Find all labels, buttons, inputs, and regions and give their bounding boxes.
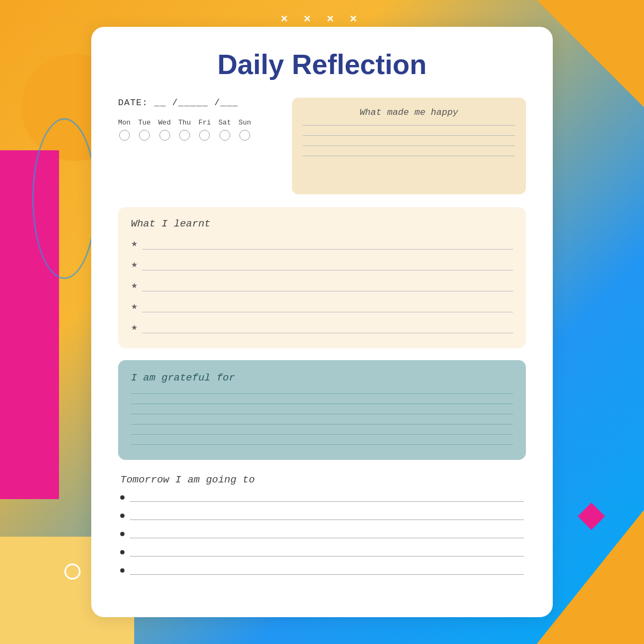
day-circle-sun[interactable] bbox=[239, 130, 250, 141]
grateful-title: I am grateful for bbox=[131, 372, 513, 384]
deco-circle-left bbox=[64, 564, 80, 580]
dot-1 bbox=[120, 495, 125, 500]
days-row: Mon Tue Wed Thu bbox=[118, 119, 279, 141]
x-marks-decoration: × × × × bbox=[281, 12, 363, 26]
star-4: ★ bbox=[131, 302, 138, 311]
tomorrow-row-3 bbox=[120, 532, 524, 538]
dot-2 bbox=[120, 514, 125, 518]
grateful-line-1[interactable] bbox=[131, 393, 513, 394]
day-sun: Sun bbox=[238, 119, 251, 141]
tomorrow-title: Tomorrow I am going to bbox=[120, 474, 524, 486]
happy-line-1[interactable] bbox=[303, 125, 515, 126]
dot-5 bbox=[120, 568, 125, 573]
bg-bottom-right-triangle bbox=[537, 510, 644, 644]
grateful-line-5[interactable] bbox=[131, 434, 513, 435]
learnt-row-5: ★ bbox=[131, 323, 513, 333]
day-circle-fri[interactable] bbox=[199, 130, 210, 141]
star-2: ★ bbox=[131, 260, 138, 269]
learnt-row-1: ★ bbox=[131, 239, 513, 250]
learnt-underline-2[interactable] bbox=[142, 270, 513, 270]
day-circle-mon[interactable] bbox=[119, 130, 130, 141]
tomorrow-underline-3[interactable] bbox=[130, 538, 524, 538]
happy-line-4[interactable] bbox=[303, 156, 515, 156]
date-label: DATE: bbox=[118, 98, 148, 108]
day-thu: Thu bbox=[178, 119, 191, 141]
day-circle-wed[interactable] bbox=[159, 130, 170, 141]
dot-4 bbox=[120, 550, 125, 554]
tomorrow-row-1 bbox=[120, 495, 524, 502]
tomorrow-dot-lines bbox=[120, 495, 524, 575]
happy-line-2[interactable] bbox=[303, 135, 515, 136]
tomorrow-section: Tomorrow I am going to bbox=[118, 474, 526, 575]
date-row: DATE: __ /_____ /___ bbox=[118, 98, 279, 108]
bg-blue-wave bbox=[32, 118, 97, 279]
day-circle-thu[interactable] bbox=[179, 130, 190, 141]
learnt-underline-1[interactable] bbox=[142, 249, 513, 250]
tomorrow-row-2 bbox=[120, 514, 524, 520]
happy-title: What made me happy bbox=[303, 107, 515, 118]
day-mon: Mon bbox=[118, 119, 130, 141]
tomorrow-underline-5[interactable] bbox=[130, 574, 524, 575]
day-fri: Fri bbox=[199, 119, 211, 141]
happy-line-3[interactable] bbox=[303, 145, 515, 146]
grateful-section: I am grateful for bbox=[118, 360, 526, 460]
outer-background: × × × × Daily Reflection DATE: __ /_____… bbox=[0, 0, 644, 644]
star-3: ★ bbox=[131, 281, 138, 290]
tomorrow-row-5 bbox=[120, 568, 524, 575]
day-tue: Tue bbox=[138, 119, 150, 141]
page-title: Daily Reflection bbox=[118, 48, 526, 80]
star-5: ★ bbox=[131, 323, 138, 332]
learnt-row-4: ★ bbox=[131, 302, 513, 312]
tomorrow-underline-2[interactable] bbox=[130, 519, 524, 520]
learnt-underline-4[interactable] bbox=[142, 312, 513, 312]
grateful-line-6[interactable] bbox=[131, 444, 513, 445]
grateful-line-2[interactable] bbox=[131, 404, 513, 404]
learnt-title: What I learnt bbox=[131, 218, 513, 230]
learnt-row-3: ★ bbox=[131, 281, 513, 291]
learnt-row-2: ★ bbox=[131, 260, 513, 270]
day-sat: Sat bbox=[218, 119, 231, 141]
dot-3 bbox=[120, 532, 125, 536]
day-wed: Wed bbox=[158, 119, 171, 141]
top-section: DATE: __ /_____ /___ Mon Tue Wed bbox=[118, 98, 526, 194]
learnt-underline-5[interactable] bbox=[142, 333, 513, 333]
date-format: __ /_____ /___ bbox=[154, 98, 238, 108]
grateful-lines bbox=[131, 393, 513, 445]
day-circle-sat[interactable] bbox=[219, 130, 230, 141]
tomorrow-underline-1[interactable] bbox=[130, 501, 524, 502]
learnt-bullet-lines: ★ ★ ★ ★ ★ bbox=[131, 239, 513, 333]
tomorrow-row-4 bbox=[120, 550, 524, 557]
bg-top-right-triangle bbox=[537, 0, 644, 107]
day-circle-tue[interactable] bbox=[139, 130, 150, 141]
tomorrow-underline-4[interactable] bbox=[130, 556, 524, 557]
learnt-section: What I learnt ★ ★ ★ ★ bbox=[118, 207, 526, 348]
main-card: Daily Reflection DATE: __ /_____ /___ Mo… bbox=[91, 27, 553, 617]
grateful-line-3[interactable] bbox=[131, 414, 513, 414]
grateful-line-4[interactable] bbox=[131, 424, 513, 425]
deco-diamond-right bbox=[578, 503, 605, 530]
learnt-underline-3[interactable] bbox=[142, 291, 513, 291]
happy-box: What made me happy bbox=[292, 98, 526, 194]
star-1: ★ bbox=[131, 239, 138, 248]
happy-lines bbox=[303, 125, 515, 156]
date-days-block: DATE: __ /_____ /___ Mon Tue Wed bbox=[118, 98, 279, 141]
